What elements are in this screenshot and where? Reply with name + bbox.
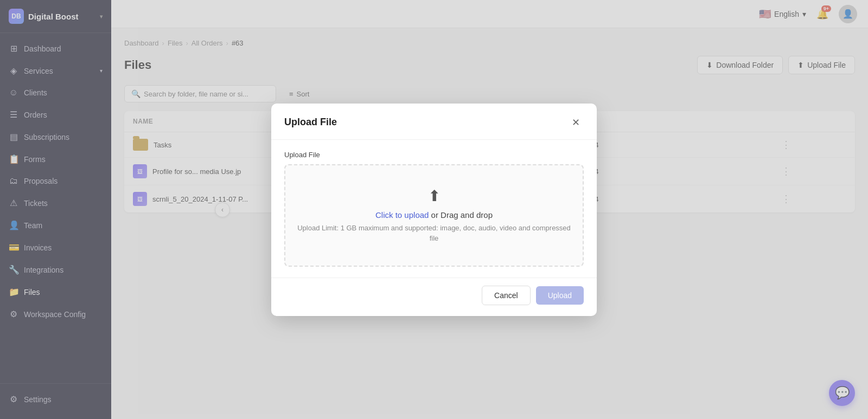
upload-area-icon: ⬆ bbox=[296, 187, 572, 205]
upload-label: Upload File bbox=[284, 151, 584, 159]
cancel-button[interactable]: Cancel bbox=[482, 286, 531, 305]
modal-body: Upload File ⬆ Click to upload or Drag an… bbox=[271, 140, 597, 278]
drop-zone[interactable]: ⬆ Click to upload or Drag and drop Uploa… bbox=[284, 164, 584, 267]
upload-button[interactable]: Upload bbox=[536, 286, 584, 305]
modal-footer: Cancel Upload bbox=[271, 278, 597, 316]
click-to-upload-link[interactable]: Click to upload bbox=[375, 210, 429, 220]
modal-close-button[interactable]: ✕ bbox=[567, 114, 584, 131]
drop-text: Click to upload or Drag and drop bbox=[296, 210, 572, 220]
modal-title: Upload File bbox=[284, 117, 337, 128]
modal-header: Upload File ✕ bbox=[271, 104, 597, 140]
modal-overlay: Upload File ✕ Upload File ⬆ Click to upl… bbox=[111, 0, 868, 419]
main-area: ‹ 🇺🇸 English ▾ 🔔 9+ 👤 Dashboard › Files … bbox=[111, 0, 868, 419]
drop-limit-text: Upload Limit: 1 GB maximum and supported… bbox=[296, 223, 572, 244]
drop-text-rest: or Drag and drop bbox=[429, 210, 493, 220]
upload-file-modal: Upload File ✕ Upload File ⬆ Click to upl… bbox=[271, 104, 597, 316]
